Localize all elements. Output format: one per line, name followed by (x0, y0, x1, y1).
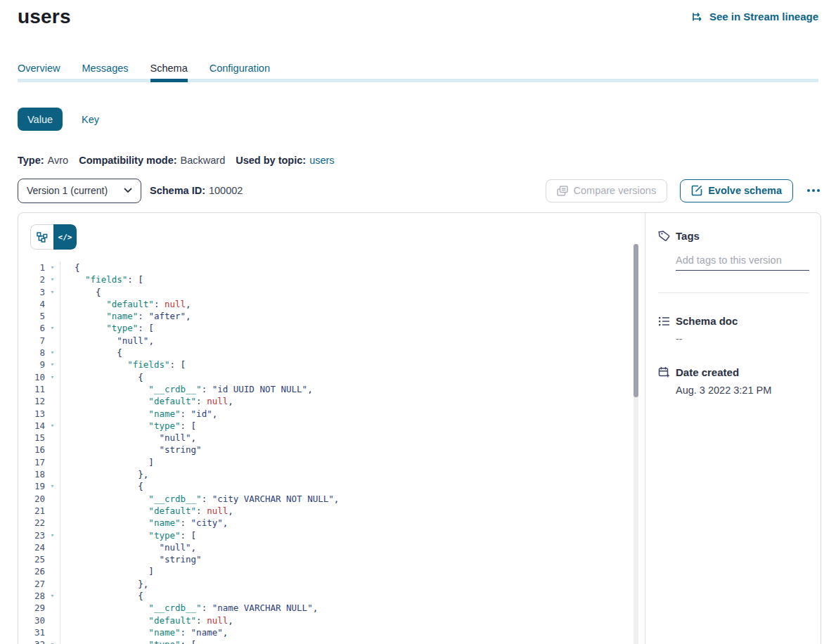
code-text: "__crdb__": "id UUID NOT NULL", (60, 383, 645, 395)
collapse-toggle-icon[interactable]: ▾ (45, 480, 60, 492)
code-text: { (60, 480, 645, 492)
tab-overview[interactable]: Overview (18, 63, 60, 79)
evolve-schema-button[interactable]: Evolve schema (680, 179, 793, 202)
date-created-value: Aug. 3 2022 3:21 PM (676, 385, 809, 396)
code-line: 6▾ "type": [ (18, 322, 645, 334)
schema-json-editor[interactable]: 1▾{2▾ "fields": [3▾ {4 "default": null,5… (18, 262, 645, 644)
collapse-toggle-icon[interactable]: ▾ (45, 371, 60, 383)
line-number: 20 (18, 493, 45, 505)
compare-versions-icon (557, 186, 568, 196)
code-line: 2▾ "fields": [ (18, 273, 645, 285)
meta-compatibility-mode: Compatibility mode:Backward (79, 155, 225, 166)
tags-title: Tags (676, 230, 700, 242)
collapse-spacer (45, 432, 60, 444)
line-number: 24 (18, 541, 45, 553)
list-icon (658, 316, 670, 327)
code-text: { (60, 590, 645, 602)
tab-schema[interactable]: Schema (150, 63, 188, 79)
version-select[interactable]: Version 1 (current) (18, 179, 141, 203)
code-line: 11 "__crdb__": "id UUID NOT NULL", (18, 383, 645, 395)
code-line: 22 "name": "city", (18, 517, 645, 529)
code-text: { (60, 371, 645, 383)
code-line: 29 "__crdb__": "name VARCHAR NULL", (18, 602, 645, 614)
code-line: 13 "name": "id", (18, 408, 645, 420)
tree-view-button[interactable] (30, 224, 53, 250)
collapse-spacer (45, 444, 60, 456)
collapse-spacer (45, 578, 60, 590)
collapse-toggle-icon[interactable]: ▾ (45, 262, 60, 273)
collapse-spacer (45, 468, 60, 480)
evolve-schema-icon (691, 185, 702, 196)
tab-configuration[interactable]: Configuration (210, 63, 270, 79)
line-number: 6 (18, 322, 45, 334)
date-created-heading: Date created (658, 366, 809, 378)
line-number: 28 (18, 590, 45, 602)
code-line: 27 }, (18, 578, 645, 590)
meta-label: Used by topic: (236, 155, 306, 166)
tab-messages[interactable]: Messages (82, 63, 128, 79)
line-number: 4 (18, 298, 45, 310)
collapse-toggle-icon[interactable]: ▾ (45, 347, 60, 359)
collapse-toggle-icon[interactable]: ▾ (45, 322, 60, 334)
line-number: 1 (18, 262, 45, 273)
line-number: 30 (18, 614, 45, 626)
line-number: 32 (18, 638, 45, 644)
meta-value-link[interactable]: users (309, 155, 334, 166)
code-text: "null", (60, 432, 645, 444)
collapse-spacer (45, 602, 60, 614)
meta-used-by-topic: Used by topic:users (236, 155, 334, 166)
code-text: "default": null, (60, 298, 645, 310)
line-number: 14 (18, 420, 45, 432)
tab-bar: OverviewMessagesSchemaConfiguration (18, 63, 818, 79)
code-text: ] (60, 456, 645, 468)
side-panel-divider (658, 292, 809, 293)
code-text: "null", (60, 541, 645, 553)
code-scrollbar-thumb[interactable] (634, 244, 638, 397)
code-text: "string" (60, 553, 645, 565)
code-text: "__crdb__": "city VARCHAR NOT NULL", (60, 493, 645, 505)
code-line: 32▾ "type": [ (18, 638, 645, 644)
code-text: ] (60, 565, 645, 577)
collapse-toggle-icon[interactable]: ▾ (45, 420, 60, 432)
line-number: 13 (18, 408, 45, 420)
lineage-link-label: See in Stream lineage (709, 11, 818, 22)
collapse-toggle-icon[interactable]: ▾ (45, 590, 60, 602)
code-line: 19▾ { (18, 480, 645, 492)
compare-versions-label: Compare versions (574, 185, 657, 196)
code-text: "fields": [ (60, 359, 645, 371)
code-text: "name": "after", (60, 310, 645, 322)
schema-meta-row: Type:AvroCompatibility mode:BackwardUsed… (18, 155, 335, 166)
line-number: 21 (18, 505, 45, 517)
line-number: 10 (18, 371, 45, 383)
line-number: 8 (18, 347, 45, 359)
collapse-spacer (45, 310, 60, 322)
code-line: 4 "default": null, (18, 298, 645, 310)
key-tab-link[interactable]: Key (82, 114, 99, 125)
calendar-plus-icon (658, 366, 670, 378)
add-tags-input[interactable] (676, 252, 809, 271)
collapse-toggle-icon[interactable]: ▾ (45, 273, 60, 285)
see-in-stream-lineage-link[interactable]: See in Stream lineage (692, 11, 818, 22)
value-tab-button[interactable]: Value (18, 108, 63, 131)
meta-label: Type: (18, 155, 44, 166)
collapse-toggle-icon[interactable]: ▾ (45, 359, 60, 371)
code-text: { (60, 347, 645, 359)
collapse-toggle-icon[interactable]: ▾ (45, 529, 60, 541)
collapse-spacer (45, 456, 60, 468)
ellipsis-icon (807, 189, 810, 192)
collapse-toggle-icon[interactable]: ▾ (45, 286, 60, 298)
version-bar: Version 1 (current) Schema ID:100002 Com… (18, 178, 821, 203)
more-options-button[interactable] (806, 186, 821, 195)
compare-versions-button[interactable]: Compare versions (546, 179, 668, 202)
tree-view-icon (37, 232, 48, 243)
line-number: 25 (18, 553, 45, 565)
collapse-toggle-icon[interactable]: ▾ (45, 638, 60, 644)
code-view-button[interactable]: </> (53, 224, 77, 250)
line-number: 29 (18, 602, 45, 614)
schema-doc-value: -- (676, 333, 809, 344)
line-number: 11 (18, 383, 45, 395)
line-number: 15 (18, 432, 45, 444)
code-line: 26 ] (18, 565, 645, 577)
line-number: 12 (18, 395, 45, 407)
schema-card: </> 1▾{2▾ "fields": [3▾ {4 "default": nu… (18, 212, 821, 644)
